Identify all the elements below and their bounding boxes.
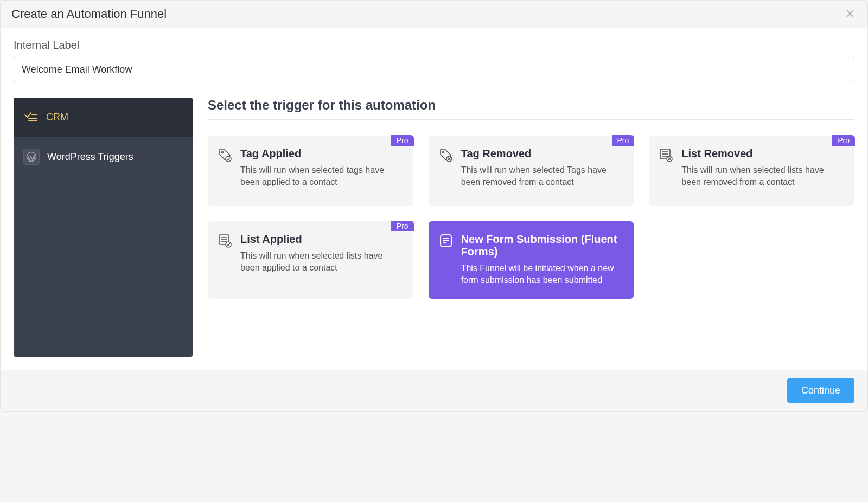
modal-footer: Continue [1,370,867,411]
pro-badge: Pro [391,135,414,146]
internal-label-input[interactable] [14,57,854,82]
svg-point-4 [222,152,224,153]
continue-button[interactable]: Continue [787,378,854,403]
card-title: List Removed [681,147,843,160]
main-panel: Select the trigger for this automation P… [208,98,854,357]
svg-point-6 [442,152,444,153]
card-description: This Funnel will be initiated when a new… [461,262,622,287]
list-applied-icon [216,232,234,249]
internal-label-field-label: Internal Label [14,39,854,52]
sidebar-item-crm[interactable]: CRM [14,98,193,137]
automation-funnel-modal: Create an Automation Funnel Internal Lab… [0,0,868,412]
trigger-card-new-form-submission[interactable]: New Form Submission (Fluent Forms) This … [429,221,634,299]
section-title: Select the trigger for this automation [208,98,854,120]
modal-header: Create an Automation Funnel [1,1,867,28]
trigger-card-tag-applied[interactable]: Pro Tag Applied This will run when selec… [208,136,413,206]
sidebar-item-wordpress[interactable]: WordPress Triggers [14,137,193,177]
categories-sidebar: CRM WordPress Triggers [14,98,193,357]
pro-badge: Pro [832,135,855,146]
card-description: This will run when selected lists have b… [240,250,401,274]
card-title: Tag Applied [240,147,401,160]
pro-badge: Pro [612,135,635,146]
close-icon [846,9,854,20]
trigger-cards-grid: Pro Tag Applied This will run when selec… [208,136,854,299]
pro-badge: Pro [391,221,414,231]
card-title: New Form Submission (Fluent Forms) [461,233,622,258]
card-description: This will run when selected lists have b… [681,164,843,189]
wordpress-icon [23,149,40,165]
card-description: This will run when selected Tags have be… [461,164,622,189]
sidebar-item-label: CRM [46,112,68,123]
form-icon [437,232,455,249]
list-removed-icon [658,146,675,164]
tag-applied-icon [216,146,234,164]
content-layout: CRM WordPress Triggers Select the trigge… [14,98,854,357]
card-title: Tag Removed [461,147,622,160]
crm-icon [23,110,39,125]
card-title: List Applied [240,233,401,246]
sidebar-item-label: WordPress Triggers [47,151,133,163]
trigger-card-list-applied[interactable]: Pro List Applied This will run when sele… [208,221,413,299]
trigger-card-tag-removed[interactable]: Pro Tag Removed This will run when selec… [429,136,634,206]
card-description: This will run when selected tags have be… [240,164,401,189]
modal-title: Create an Automation Funnel [11,7,167,21]
close-button[interactable] [844,8,857,21]
modal-body: Internal Label CRM [1,28,867,370]
trigger-card-list-removed[interactable]: Pro List Removed This will run when sele… [649,136,854,206]
tag-removed-icon [437,146,455,164]
